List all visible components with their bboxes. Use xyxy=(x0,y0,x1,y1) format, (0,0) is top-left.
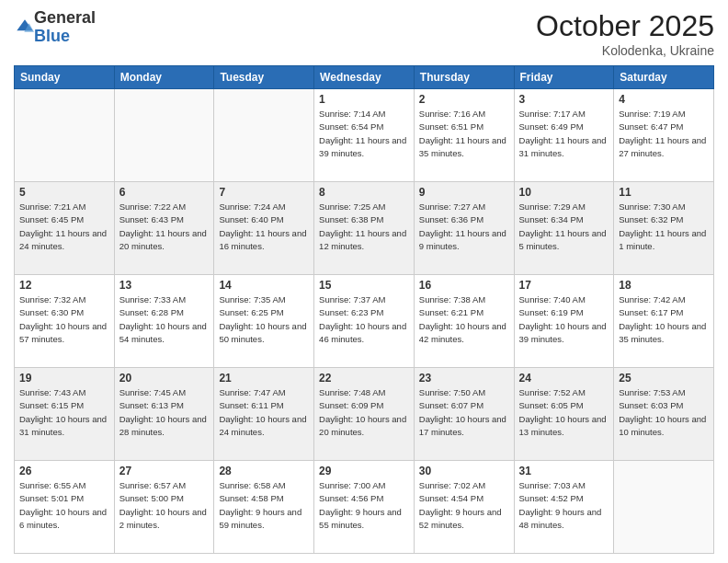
table-row: 15Sunrise: 7:37 AMSunset: 6:23 PMDayligh… xyxy=(314,275,415,368)
day-info: Sunrise: 7:27 AMSunset: 6:36 PMDaylight:… xyxy=(419,201,509,253)
table-row: 29Sunrise: 7:00 AMSunset: 4:56 PMDayligh… xyxy=(314,461,415,554)
day-number: 16 xyxy=(419,279,509,292)
table-row: 21Sunrise: 7:47 AMSunset: 6:11 PMDayligh… xyxy=(214,368,314,461)
calendar-week-row: 19Sunrise: 7:43 AMSunset: 6:15 PMDayligh… xyxy=(15,368,714,461)
table-row: 28Sunrise: 6:58 AMSunset: 4:58 PMDayligh… xyxy=(214,461,314,554)
day-info: Sunrise: 7:43 AMSunset: 6:15 PMDaylight:… xyxy=(19,386,109,439)
day-number: 15 xyxy=(319,279,409,292)
day-number: 2 xyxy=(419,93,509,106)
page: General Blue October 2025 Kolodenka, Ukr… xyxy=(0,0,728,563)
logo-general-text: General xyxy=(34,9,96,28)
day-number: 8 xyxy=(319,186,409,199)
day-info: Sunrise: 7:30 AMSunset: 6:32 PMDaylight:… xyxy=(619,201,709,253)
table-row: 5Sunrise: 7:21 AMSunset: 6:45 PMDaylight… xyxy=(15,182,115,275)
day-info: Sunrise: 7:03 AMSunset: 4:52 PMDaylight:… xyxy=(519,479,609,532)
table-row: 2Sunrise: 7:16 AMSunset: 6:51 PMDaylight… xyxy=(414,89,514,182)
table-row: 8Sunrise: 7:25 AMSunset: 6:38 PMDaylight… xyxy=(314,182,415,275)
day-info: Sunrise: 7:47 AMSunset: 6:11 PMDaylight:… xyxy=(219,386,309,439)
day-number: 23 xyxy=(419,372,509,385)
day-info: Sunrise: 7:24 AMSunset: 6:40 PMDaylight:… xyxy=(219,201,309,253)
day-info: Sunrise: 7:35 AMSunset: 6:25 PMDaylight:… xyxy=(219,293,309,346)
calendar-week-row: 1Sunrise: 7:14 AMSunset: 6:54 PMDaylight… xyxy=(15,89,714,182)
day-number: 18 xyxy=(619,279,709,292)
day-info: Sunrise: 7:32 AMSunset: 6:30 PMDaylight:… xyxy=(19,293,109,346)
day-number: 24 xyxy=(519,372,609,385)
calendar-week-row: 26Sunrise: 6:55 AMSunset: 5:01 PMDayligh… xyxy=(15,461,714,554)
table-row: 1Sunrise: 7:14 AMSunset: 6:54 PMDaylight… xyxy=(314,89,415,182)
col-saturday: Saturday xyxy=(614,66,714,89)
table-row: 25Sunrise: 7:53 AMSunset: 6:03 PMDayligh… xyxy=(614,368,714,461)
day-number: 30 xyxy=(419,465,509,477)
logo: General Blue xyxy=(14,9,96,46)
day-number: 29 xyxy=(319,465,409,477)
table-row xyxy=(15,89,115,182)
table-row: 6Sunrise: 7:22 AMSunset: 6:43 PMDaylight… xyxy=(114,182,214,275)
day-info: Sunrise: 7:21 AMSunset: 6:45 PMDaylight:… xyxy=(19,201,109,253)
day-number: 19 xyxy=(19,372,109,385)
col-tuesday: Tuesday xyxy=(214,66,314,89)
day-info: Sunrise: 7:29 AMSunset: 6:34 PMDaylight:… xyxy=(519,201,609,253)
day-number: 3 xyxy=(519,93,609,106)
day-number: 20 xyxy=(119,372,210,385)
day-info: Sunrise: 7:42 AMSunset: 6:17 PMDaylight:… xyxy=(619,293,709,346)
logo-icon xyxy=(16,18,34,37)
day-number: 28 xyxy=(219,465,309,477)
day-info: Sunrise: 7:37 AMSunset: 6:23 PMDaylight:… xyxy=(319,293,409,346)
day-info: Sunrise: 7:52 AMSunset: 6:05 PMDaylight:… xyxy=(519,386,609,439)
day-info: Sunrise: 7:48 AMSunset: 6:09 PMDaylight:… xyxy=(319,386,409,439)
calendar-table: Sunday Monday Tuesday Wednesday Thursday… xyxy=(14,65,714,554)
table-row: 20Sunrise: 7:45 AMSunset: 6:13 PMDayligh… xyxy=(114,368,214,461)
col-monday: Monday xyxy=(114,66,214,89)
table-row: 30Sunrise: 7:02 AMSunset: 4:54 PMDayligh… xyxy=(414,461,514,554)
location: Kolodenka, Ukraine xyxy=(536,43,714,58)
day-info: Sunrise: 6:58 AMSunset: 4:58 PMDaylight:… xyxy=(219,479,309,532)
day-number: 11 xyxy=(619,186,709,199)
day-number: 6 xyxy=(119,186,210,199)
table-row: 18Sunrise: 7:42 AMSunset: 6:17 PMDayligh… xyxy=(614,275,714,368)
day-number: 12 xyxy=(19,279,109,292)
day-number: 5 xyxy=(19,186,109,199)
day-number: 4 xyxy=(619,93,709,106)
table-row xyxy=(614,461,714,554)
day-info: Sunrise: 7:16 AMSunset: 6:51 PMDaylight:… xyxy=(419,108,509,160)
day-number: 7 xyxy=(219,186,309,199)
day-info: Sunrise: 7:02 AMSunset: 4:54 PMDaylight:… xyxy=(419,479,509,532)
month-title: October 2025 xyxy=(536,9,714,43)
day-info: Sunrise: 7:50 AMSunset: 6:07 PMDaylight:… xyxy=(419,386,509,439)
day-info: Sunrise: 7:19 AMSunset: 6:47 PMDaylight:… xyxy=(619,108,709,160)
day-info: Sunrise: 7:53 AMSunset: 6:03 PMDaylight:… xyxy=(619,386,709,439)
table-row: 9Sunrise: 7:27 AMSunset: 6:36 PMDaylight… xyxy=(414,182,514,275)
logo-blue-text: Blue xyxy=(34,28,96,46)
day-number: 22 xyxy=(319,372,409,385)
day-number: 26 xyxy=(19,465,109,477)
table-row: 22Sunrise: 7:48 AMSunset: 6:09 PMDayligh… xyxy=(314,368,415,461)
day-number: 10 xyxy=(519,186,609,199)
table-row: 16Sunrise: 7:38 AMSunset: 6:21 PMDayligh… xyxy=(414,275,514,368)
day-number: 14 xyxy=(219,279,309,292)
day-number: 27 xyxy=(119,465,210,477)
day-info: Sunrise: 7:14 AMSunset: 6:54 PMDaylight:… xyxy=(319,108,409,160)
table-row: 4Sunrise: 7:19 AMSunset: 6:47 PMDaylight… xyxy=(614,89,714,182)
day-info: Sunrise: 7:22 AMSunset: 6:43 PMDaylight:… xyxy=(119,201,210,253)
calendar-week-row: 5Sunrise: 7:21 AMSunset: 6:45 PMDaylight… xyxy=(15,182,714,275)
calendar-week-row: 12Sunrise: 7:32 AMSunset: 6:30 PMDayligh… xyxy=(15,275,714,368)
day-info: Sunrise: 7:45 AMSunset: 6:13 PMDaylight:… xyxy=(119,386,210,439)
col-wednesday: Wednesday xyxy=(314,66,415,89)
day-number: 21 xyxy=(219,372,309,385)
header: General Blue October 2025 Kolodenka, Ukr… xyxy=(14,9,714,58)
day-number: 9 xyxy=(419,186,509,199)
col-sunday: Sunday xyxy=(15,66,115,89)
table-row: 24Sunrise: 7:52 AMSunset: 6:05 PMDayligh… xyxy=(514,368,614,461)
table-row: 10Sunrise: 7:29 AMSunset: 6:34 PMDayligh… xyxy=(514,182,614,275)
table-row: 19Sunrise: 7:43 AMSunset: 6:15 PMDayligh… xyxy=(15,368,115,461)
table-row: 27Sunrise: 6:57 AMSunset: 5:00 PMDayligh… xyxy=(114,461,214,554)
day-info: Sunrise: 6:55 AMSunset: 5:01 PMDaylight:… xyxy=(19,479,109,532)
day-info: Sunrise: 7:17 AMSunset: 6:49 PMDaylight:… xyxy=(519,108,609,160)
day-number: 1 xyxy=(319,93,409,106)
table-row xyxy=(214,89,314,182)
calendar-header-row: Sunday Monday Tuesday Wednesday Thursday… xyxy=(15,66,714,89)
table-row: 11Sunrise: 7:30 AMSunset: 6:32 PMDayligh… xyxy=(614,182,714,275)
day-info: Sunrise: 7:33 AMSunset: 6:28 PMDaylight:… xyxy=(119,293,210,346)
table-row: 7Sunrise: 7:24 AMSunset: 6:40 PMDaylight… xyxy=(214,182,314,275)
day-number: 13 xyxy=(119,279,210,292)
